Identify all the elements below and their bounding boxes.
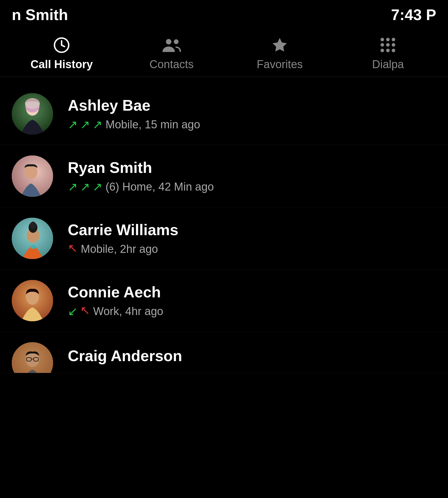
call-info-ryan-smith: Ryan Smith ↗ ↗ ↗ (6) Home, 42 Min ago xyxy=(68,159,436,194)
people-icon xyxy=(162,37,181,54)
call-details-carrie-williams: ↙ Mobile, 2hr ago xyxy=(68,242,436,256)
avatar-carrie-williams xyxy=(12,218,53,259)
svg-rect-17 xyxy=(31,245,35,249)
svg-marker-3 xyxy=(273,38,287,51)
call-type-time-ashley: Mobile, 15 min ago xyxy=(106,118,200,131)
svg-point-1 xyxy=(166,39,172,45)
outgoing-arrow-r3: ↗ xyxy=(93,180,103,194)
call-item-carrie-williams[interactable]: Carrie Williams ↙ Mobile, 2hr ago xyxy=(0,207,448,270)
tab-favorites[interactable]: Favorites xyxy=(250,35,309,71)
call-info-ashley-bae: Ashley Bae ↗ ↗ ↗ Mobile, 15 min ago xyxy=(68,96,436,131)
star-icon-container xyxy=(271,35,288,55)
svg-point-16 xyxy=(30,222,36,229)
outgoing-arrow-r2: ↗ xyxy=(80,180,90,194)
star-icon xyxy=(271,37,288,54)
call-details-ashley-bae: ↗ ↗ ↗ Mobile, 15 min ago xyxy=(68,118,436,131)
people-icon-container xyxy=(162,35,181,55)
dialpad-icon-container xyxy=(381,35,395,55)
contact-name-connie-aech: Connie Aech xyxy=(68,283,436,301)
call-info-carrie-williams: Carrie Williams ↙ Mobile, 2hr ago xyxy=(68,221,436,256)
call-info-craig-anderson: Craig Anderson xyxy=(68,344,436,368)
call-info-connie-aech: Connie Aech ↙ ↙ Work, 4hr ago xyxy=(68,283,436,318)
tab-contacts[interactable]: Contacts xyxy=(142,35,201,71)
status-bar: n Smith 7:43 P xyxy=(0,0,448,27)
call-details-connie-aech: ↙ ↙ Work, 4hr ago xyxy=(68,304,436,318)
contact-name-craig-anderson: Craig Anderson xyxy=(68,347,436,365)
contact-name-ryan-smith: Ryan Smith xyxy=(68,159,436,176)
status-bar-right: 7:43 P xyxy=(391,6,436,24)
call-arrows-connie-aech: ↙ ↙ xyxy=(68,304,90,318)
outgoing-arrow-3: ↗ xyxy=(93,118,103,131)
avatar-craig-anderson xyxy=(12,342,53,373)
call-item-craig-anderson[interactable]: Craig Anderson xyxy=(0,332,448,373)
call-type-time-connie: Work, 4hr ago xyxy=(93,305,163,318)
call-arrows-ryan-smith: ↗ ↗ ↗ xyxy=(68,180,103,194)
avatar-connie-aech xyxy=(12,280,53,321)
tab-contacts-label: Contacts xyxy=(149,58,194,71)
call-arrows-ashley-bae: ↗ ↗ ↗ xyxy=(68,118,103,131)
clock-icon xyxy=(53,37,70,54)
svg-point-2 xyxy=(174,39,179,44)
incoming-arrow-con1: ↙ xyxy=(68,304,78,318)
call-item-connie-aech[interactable]: Connie Aech ↙ ↙ Work, 4hr ago xyxy=(0,270,448,332)
call-type-time-carrie: Mobile, 2hr ago xyxy=(81,243,158,255)
missed-arrow-con2: ↙ xyxy=(80,304,90,318)
missed-arrow-c1: ↙ xyxy=(68,242,78,256)
outgoing-arrow-1: ↗ xyxy=(68,118,78,131)
avatar-ashley-bae xyxy=(12,93,53,135)
clock-icon-container xyxy=(53,35,70,55)
tab-dialpad-label: Dialpa xyxy=(372,58,404,71)
call-arrows-carrie-williams: ↙ xyxy=(68,242,78,256)
avatar-ryan-smith xyxy=(12,155,53,197)
dialpad-icon xyxy=(381,38,395,53)
nav-tabs: Call History Contacts Favorites xyxy=(0,27,448,77)
call-item-ryan-smith[interactable]: Ryan Smith ↗ ↗ ↗ (6) Home, 42 Min ago xyxy=(0,145,448,207)
tab-favorites-label: Favorites xyxy=(257,58,303,71)
status-bar-left: n Smith xyxy=(12,6,68,24)
call-list: Ashley Bae ↗ ↗ ↗ Mobile, 15 min ago xyxy=(0,77,448,379)
call-details-ryan-smith: ↗ ↗ ↗ (6) Home, 42 Min ago xyxy=(68,180,436,194)
call-item-ashley-bae[interactable]: Ashley Bae ↗ ↗ ↗ Mobile, 15 min ago xyxy=(0,83,448,145)
contact-name-carrie-williams: Carrie Williams xyxy=(68,221,436,239)
tab-call-history[interactable]: Call History xyxy=(31,35,93,71)
outgoing-arrow-r1: ↗ xyxy=(68,180,78,194)
call-type-time-ryan: (6) Home, 42 Min ago xyxy=(106,181,214,193)
tab-dialpad[interactable]: Dialpa xyxy=(358,35,417,71)
contact-name-ashley-bae: Ashley Bae xyxy=(68,96,436,114)
outgoing-arrow-2: ↗ xyxy=(80,118,90,131)
tab-call-history-label: Call History xyxy=(31,58,93,71)
